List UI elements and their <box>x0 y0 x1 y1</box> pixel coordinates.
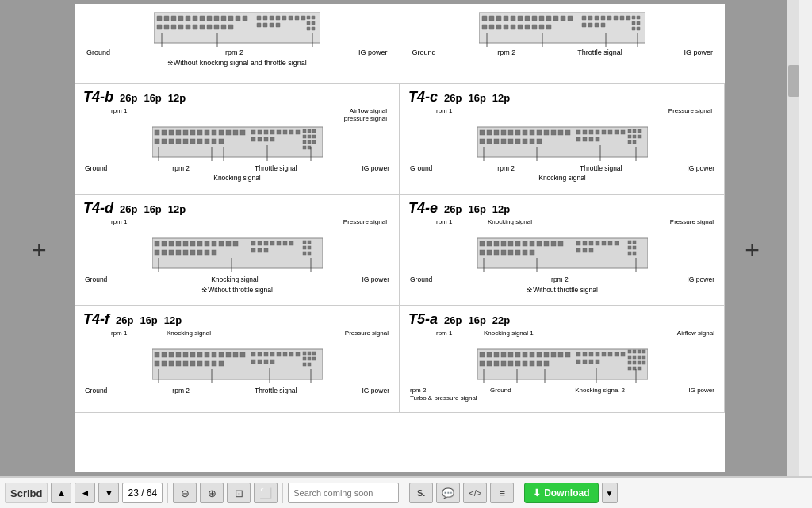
svg-rect-128 <box>303 129 306 133</box>
svg-rect-176 <box>583 137 587 141</box>
svg-rect-35 <box>270 23 274 27</box>
svg-rect-83 <box>637 16 640 19</box>
svg-rect-179 <box>628 129 631 133</box>
svg-rect-260 <box>576 248 580 252</box>
nav-back-button[interactable]: ◄ <box>75 483 95 503</box>
svg-rect-304 <box>251 360 255 364</box>
svg-rect-20 <box>200 25 205 29</box>
svg-rect-175 <box>576 137 580 141</box>
svg-rect-184 <box>638 135 641 138</box>
toolbar-end-button[interactable]: ▼ <box>602 483 618 503</box>
scrollbar[interactable] <box>787 0 799 476</box>
t5a-top-signals: rpm 1 Knocking signal 1 Airflow signal <box>408 329 716 344</box>
label-igpower-partial-left: IG power <box>358 48 388 56</box>
svg-rect-166 <box>537 139 542 144</box>
svg-rect-337 <box>501 361 506 366</box>
t4b-pins: 26p <box>120 92 137 104</box>
svg-rect-202 <box>226 241 231 246</box>
t4d-pins3: 12p <box>168 203 186 215</box>
svg-rect-207 <box>176 250 181 255</box>
page-wrapper: Ground rpm 2 IG power ※Without knocking … <box>0 0 799 476</box>
scribd-logo: Scribd <box>5 483 48 503</box>
svg-rect-115 <box>219 139 224 144</box>
svg-rect-148 <box>501 130 506 135</box>
view-toggle-button[interactable]: ⊡ <box>227 483 251 503</box>
svg-rect-360 <box>628 356 631 359</box>
t4e-ground: Ground <box>410 275 432 283</box>
t4e-knocking: Knocking signal <box>488 218 532 225</box>
svg-rect-314 <box>303 363 306 366</box>
svg-rect-93 <box>155 130 159 135</box>
svg-rect-241 <box>537 241 542 246</box>
svg-rect-301 <box>283 352 287 356</box>
svg-rect-238 <box>515 241 520 246</box>
svg-rect-243 <box>551 241 556 246</box>
diagram-t4f: T4-f 26p 16p 12p rpm 1 Knocking signal P… <box>75 306 400 413</box>
svg-rect-252 <box>530 250 534 255</box>
svg-rect-262 <box>589 248 593 252</box>
t4e-pressure: Pressure signal <box>670 218 714 225</box>
t5a-pins2: 16p <box>468 314 485 326</box>
t4c-pins2: 16p <box>468 92 485 104</box>
svg-rect-17 <box>178 25 183 29</box>
svg-rect-159 <box>487 139 492 144</box>
t4b-airflow: Airflow signal:pressure signal <box>343 107 387 122</box>
diagram-t5a: T5-a 26p 16p 22p rpm 1 Knocking signal 1… <box>400 306 725 413</box>
t4f-header: T4-f 26p 16p 12p <box>83 311 391 328</box>
svg-rect-261 <box>583 248 587 252</box>
svg-rect-177 <box>589 137 593 141</box>
settings-button[interactable]: S. <box>409 483 433 503</box>
svg-rect-359 <box>642 350 645 353</box>
search-input[interactable] <box>288 483 399 503</box>
svg-rect-27 <box>270 16 274 20</box>
svg-rect-131 <box>303 135 306 138</box>
svg-rect-112 <box>197 139 202 144</box>
zoom-in-button[interactable]: ⊕ <box>200 483 224 503</box>
svg-rect-49 <box>496 16 501 21</box>
t4d-top-signals: rpm 1 Pressure signal <box>83 218 391 233</box>
zoom-out-button[interactable]: ⊖ <box>173 483 197 503</box>
svg-rect-223 <box>303 241 306 244</box>
svg-rect-87 <box>637 27 640 30</box>
svg-rect-248 <box>501 250 506 255</box>
svg-rect-219 <box>289 241 293 245</box>
svg-rect-199 <box>205 241 209 246</box>
scrollbar-thumb[interactable] <box>788 65 799 97</box>
svg-rect-311 <box>303 357 306 360</box>
t5a-knocking1: Knocking signal 1 <box>484 329 534 337</box>
svg-rect-57 <box>553 16 558 21</box>
svg-rect-152 <box>530 130 534 135</box>
code-button[interactable]: </> <box>463 483 487 503</box>
svg-rect-186 <box>633 140 636 144</box>
svg-rect-137 <box>303 146 306 149</box>
download-button[interactable]: ⬇ Download <box>524 483 598 503</box>
nav-forward-button[interactable]: ▼ <box>98 483 119 503</box>
svg-rect-71 <box>588 16 592 20</box>
svg-rect-299 <box>270 352 274 356</box>
svg-rect-214 <box>258 241 262 245</box>
svg-rect-116 <box>251 130 255 134</box>
t4f-ground: Ground <box>85 387 107 394</box>
svg-rect-173 <box>615 130 619 134</box>
svg-rect-109 <box>176 139 181 144</box>
t5a-igpower: IG power <box>689 387 714 394</box>
svg-rect-14 <box>157 25 162 29</box>
svg-rect-367 <box>642 361 645 364</box>
svg-rect-286 <box>155 361 159 366</box>
svg-rect-225 <box>303 246 306 249</box>
t4e-pins3: 12p <box>492 203 510 215</box>
svg-rect-59 <box>568 16 573 21</box>
svg-rect-150 <box>515 130 520 135</box>
t4c-id: T4-c <box>408 89 438 106</box>
menu-button[interactable]: ≡ <box>490 483 514 503</box>
upload-button[interactable]: ▲ <box>51 483 71 503</box>
t4d-note: ※Without throttle signal <box>83 286 391 294</box>
t4d-connector <box>152 234 323 274</box>
partial-left-note: ※Without knocking signal and throttle si… <box>82 59 392 67</box>
t4d-pins: 26p <box>120 203 137 215</box>
chat-button[interactable]: 💬 <box>436 483 460 503</box>
svg-rect-79 <box>588 23 592 27</box>
fullscreen-button[interactable]: ⬜ <box>254 483 278 503</box>
svg-rect-22 <box>214 25 219 29</box>
t5a-pins: 26p <box>444 314 462 326</box>
